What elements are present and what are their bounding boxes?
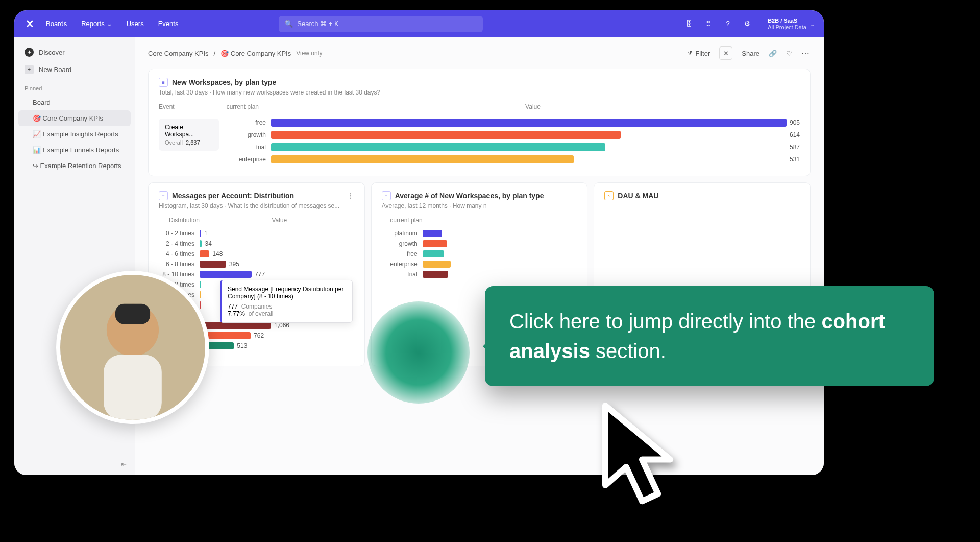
bar-fill[interactable] (200, 322, 271, 329)
breadcrumb-current[interactable]: 🎯 Core Company KPIs (220, 50, 291, 57)
event-box[interactable]: Create Workspa... Overall 2,637 (159, 119, 219, 151)
bar-label: trial (382, 271, 423, 278)
bar-value: 395 (229, 261, 239, 268)
bar-fill[interactable] (423, 230, 442, 237)
sidebar-core-kpi[interactable]: 🎯 Core Company KPIs (18, 110, 131, 126)
apps-icon[interactable]: ⠿ (703, 19, 714, 29)
header-event: Event (159, 103, 225, 110)
bar-fill[interactable] (271, 155, 574, 163)
project-selector[interactable]: B2B / SaaS All Project Data (768, 18, 815, 30)
bar-label: enterprise (382, 261, 423, 268)
card1-headers: Event current plan Value (159, 103, 800, 113)
bar-label: 8 - 10 times (159, 271, 200, 278)
sidebar-board[interactable]: Board (18, 95, 131, 110)
bar-fill[interactable] (271, 131, 621, 139)
overall-label: Overall (165, 139, 183, 146)
header-plan3: current plan (382, 217, 428, 224)
nav-events[interactable]: Events (158, 20, 179, 28)
sidebar-discover[interactable]: ✦Discover (18, 43, 131, 61)
bar-label: free (225, 119, 271, 126)
sidebar-new-board[interactable]: +New Board (18, 61, 131, 78)
tooltip-v2: 7.77% (228, 310, 245, 317)
database-icon[interactable]: 🗄 (684, 19, 694, 29)
card3-bars: platinumgrowthfreeenterprisetrial (382, 230, 577, 278)
bar-value: 905 (790, 119, 800, 126)
sidebar-retention[interactable]: ↪ Example Retention Reports (18, 158, 131, 174)
topbar: ✕ Boards Reports ⌄ Users Events 🔍 Search… (14, 10, 824, 37)
plus-icon: + (24, 65, 34, 74)
bar-fill[interactable] (271, 143, 605, 151)
bar-fill[interactable] (200, 291, 201, 298)
svg-rect-3 (115, 304, 150, 324)
header-value2: Value (205, 217, 354, 224)
sidebar-newboard-label: New Board (39, 66, 71, 74)
help-icon[interactable]: ? (723, 19, 733, 29)
bar-label: trial (225, 144, 271, 151)
sidebar-insights[interactable]: 📈 Example Insights Reports (18, 126, 131, 142)
header-value: Value (266, 103, 800, 110)
toolbar: ⧩Filter ✕ Share 🔗 ♡ ⋯ (687, 46, 811, 60)
header-plan: current plan (225, 103, 266, 110)
bar-fill[interactable] (200, 230, 201, 237)
bar-label: 0 - 2 times (159, 230, 200, 237)
expand-button[interactable]: ✕ (719, 46, 732, 60)
nav-boards[interactable]: Boards (46, 20, 67, 28)
compass-icon: ✦ (24, 48, 34, 57)
bar-fill[interactable] (200, 240, 202, 247)
share-button[interactable]: Share (742, 50, 760, 57)
breadcrumb-row: Core Company KPIs / 🎯 Core Company KPIs … (135, 37, 824, 69)
card2-sub: Histogram, last 30 days · What is the di… (159, 202, 354, 209)
chart-icon: ≡ (159, 191, 168, 200)
callout-pre: Click here to jump directly into the (509, 310, 821, 333)
bar-label: 2 - 4 times (159, 240, 200, 247)
card1-head: ≡ New Workspaces, by plan type (159, 78, 800, 87)
callout-tooltip[interactable]: Click here to jump directly into the coh… (485, 286, 934, 386)
breadcrumb-root[interactable]: Core Company KPIs (148, 50, 209, 57)
search-placeholder: Search ⌘ + K (297, 20, 338, 28)
filter-button[interactable]: ⧩Filter (687, 49, 710, 57)
bar-label: 6 - 8 times (159, 261, 200, 268)
tooltip-title: Send Message [Frequency Distribution per… (228, 286, 346, 300)
play-orb[interactable] (368, 301, 470, 404)
sidebar-discover-label: Discover (39, 49, 65, 56)
bar-fill[interactable] (200, 271, 252, 278)
bar-fill[interactable] (423, 250, 444, 257)
collapse-sidebar-icon[interactable]: ⇤ (117, 458, 130, 470)
card-menu-icon[interactable]: ⋮ (347, 192, 354, 200)
bar-fill[interactable] (200, 301, 201, 309)
link-icon[interactable]: 🔗 (769, 50, 777, 57)
sidebar-funnels[interactable]: 📊 Example Funnels Reports (18, 142, 131, 158)
tooltip: Send Message [Frequency Distribution per… (220, 280, 353, 323)
search-icon: 🔍 (285, 20, 293, 28)
bar-fill[interactable] (200, 261, 226, 268)
bar-fill[interactable] (200, 281, 201, 288)
bar-fill[interactable] (271, 119, 787, 127)
pinned-header: Pinned (18, 78, 131, 95)
nav-reports[interactable]: Reports ⌄ (81, 20, 112, 28)
bar-label: enterprise (225, 156, 271, 163)
filter-icon: ⧩ (687, 49, 693, 57)
bar-label: free (382, 250, 423, 257)
search-input[interactable]: 🔍 Search ⌘ + K (279, 16, 483, 32)
bar-value: 777 (255, 271, 265, 278)
overall-value: 2,637 (186, 139, 200, 146)
bar-label: 4 - 6 times (159, 250, 200, 257)
bar-label: growth (382, 240, 423, 247)
callout-post: section. (590, 340, 666, 362)
card3-title: Average # of New Workspaces, by plan typ… (395, 192, 544, 200)
gear-icon[interactable]: ⚙ (742, 19, 752, 29)
bar-fill[interactable] (423, 271, 448, 278)
presenter-avatar (56, 271, 209, 424)
nav-users[interactable]: Users (127, 20, 144, 28)
bar-value: 1 (204, 230, 208, 237)
project-sub: All Project Data (768, 24, 806, 30)
bar-value: 513 (237, 342, 247, 349)
bar-fill[interactable] (200, 250, 209, 257)
heart-icon[interactable]: ♡ (786, 50, 792, 57)
bar-fill[interactable] (423, 240, 447, 247)
logo-icon[interactable]: ✕ (23, 18, 36, 30)
bar-fill[interactable] (423, 261, 451, 268)
more-icon[interactable]: ⋯ (801, 49, 811, 58)
bar-value: 614 (790, 131, 800, 138)
chart-icon: ≡ (382, 191, 391, 200)
